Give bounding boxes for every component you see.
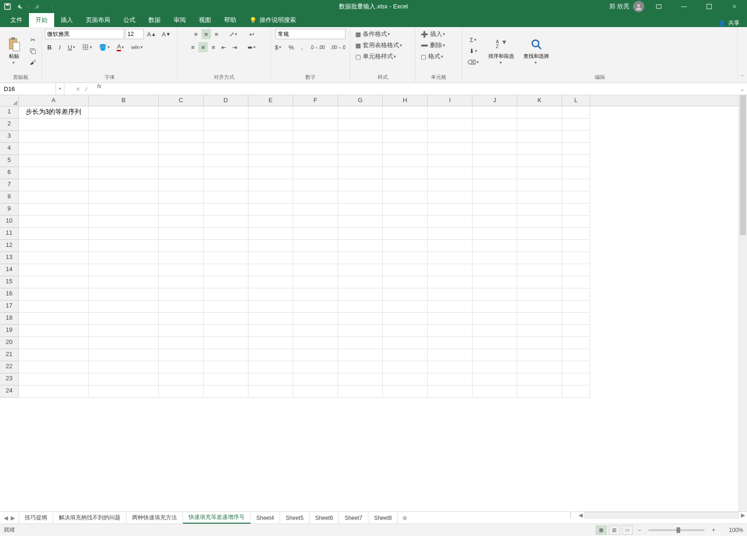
format-painter-button[interactable]: 🖌: [27, 57, 38, 67]
cell[interactable]: [248, 155, 293, 167]
sheet-tab[interactable]: 快速填充等差递增序号: [183, 512, 251, 524]
cell[interactable]: [472, 325, 517, 337]
cell[interactable]: [293, 301, 338, 313]
cell[interactable]: [338, 143, 383, 155]
cell[interactable]: [517, 264, 562, 276]
cell[interactable]: [19, 276, 89, 288]
align-right-button[interactable]: ≡: [209, 42, 218, 52]
cell[interactable]: [204, 276, 248, 288]
cell[interactable]: [19, 264, 89, 276]
sheet-tab[interactable]: 技巧提纲: [19, 512, 53, 524]
cell[interactable]: [19, 119, 89, 131]
cell[interactable]: [293, 313, 338, 325]
row-header[interactable]: 17: [0, 301, 19, 313]
column-header[interactable]: F: [293, 95, 338, 106]
qat-customize-icon[interactable]: ▾: [49, 1, 54, 12]
cell[interactable]: [562, 337, 590, 349]
cell[interactable]: [338, 131, 383, 143]
ribbon-display-icon[interactable]: [648, 0, 669, 13]
cell[interactable]: [428, 106, 472, 119]
cell[interactable]: [383, 313, 428, 325]
cell[interactable]: [19, 216, 89, 228]
cell[interactable]: [562, 276, 590, 288]
cell[interactable]: [293, 361, 338, 373]
cell[interactable]: [472, 143, 517, 155]
undo-dropdown-icon[interactable]: ▼: [26, 1, 31, 12]
cell[interactable]: [293, 131, 338, 143]
cell[interactable]: [89, 106, 159, 119]
cell[interactable]: [89, 155, 159, 167]
cell[interactable]: [562, 131, 590, 143]
cell[interactable]: [159, 216, 204, 228]
comma-button[interactable]: ,: [297, 42, 307, 52]
cut-button[interactable]: ✂: [27, 35, 38, 45]
cell[interactable]: [383, 191, 428, 203]
cell[interactable]: [248, 179, 293, 191]
cell[interactable]: [472, 337, 517, 349]
sheet-tab[interactable]: 解决填充柄找不到的问题: [53, 512, 127, 524]
conditional-format-button[interactable]: ▦ 条件格式▼: [353, 29, 394, 39]
cell[interactable]: [338, 325, 383, 337]
cell[interactable]: [89, 131, 159, 143]
cell[interactable]: [159, 385, 204, 398]
cell[interactable]: [19, 301, 89, 313]
orientation-button[interactable]: ⤢▼: [227, 29, 241, 39]
fill-color-button[interactable]: 🪣▼: [97, 42, 113, 52]
cell[interactable]: [19, 373, 89, 385]
cell[interactable]: [472, 252, 517, 264]
cell[interactable]: [248, 276, 293, 288]
cell[interactable]: [428, 313, 472, 325]
cell[interactable]: [338, 252, 383, 264]
cell[interactable]: [562, 373, 590, 385]
cell[interactable]: [517, 131, 562, 143]
fx-icon[interactable]: fx: [94, 83, 104, 95]
row-header[interactable]: 19: [0, 325, 19, 337]
cell[interactable]: [383, 131, 428, 143]
cell[interactable]: [338, 385, 383, 398]
sheet-tab[interactable]: Sheet8: [368, 512, 398, 524]
column-header[interactable]: D: [204, 95, 248, 106]
cell[interactable]: [159, 252, 204, 264]
cell[interactable]: [517, 167, 562, 179]
cell[interactable]: [517, 216, 562, 228]
cell[interactable]: [204, 361, 248, 373]
cell[interactable]: [89, 361, 159, 373]
row-header[interactable]: 11: [0, 228, 19, 240]
wrap-text-button[interactable]: ↩: [247, 29, 257, 39]
cell[interactable]: [89, 301, 159, 313]
cell[interactable]: [19, 325, 89, 337]
cell[interactable]: [159, 361, 204, 373]
row-header[interactable]: 1: [0, 106, 19, 119]
maximize-icon[interactable]: [698, 0, 720, 13]
tab-insert[interactable]: 插入: [54, 13, 79, 27]
cell[interactable]: [383, 167, 428, 179]
column-header[interactable]: H: [383, 95, 428, 106]
sheet-tab[interactable]: Sheet6: [310, 512, 339, 524]
cell[interactable]: [338, 276, 383, 288]
cell[interactable]: [517, 361, 562, 373]
zoom-slider[interactable]: [648, 529, 705, 531]
cell[interactable]: [204, 240, 248, 252]
cell[interactable]: [338, 179, 383, 191]
cell[interactable]: [338, 301, 383, 313]
tab-view[interactable]: 视图: [192, 13, 218, 27]
cell[interactable]: [338, 264, 383, 276]
zoom-out-button[interactable]: −: [635, 527, 644, 533]
cell[interactable]: [338, 337, 383, 349]
cell[interactable]: [383, 264, 428, 276]
cell[interactable]: [293, 216, 338, 228]
number-format-combo[interactable]: [275, 29, 345, 39]
cell[interactable]: [562, 167, 590, 179]
cell[interactable]: [428, 385, 472, 398]
cell[interactable]: [248, 216, 293, 228]
cell[interactable]: [383, 252, 428, 264]
cell[interactable]: [428, 252, 472, 264]
cell[interactable]: [19, 155, 89, 167]
zoom-level-label[interactable]: 100%: [720, 527, 743, 533]
cell[interactable]: [428, 203, 472, 216]
cell[interactable]: [428, 228, 472, 240]
cell[interactable]: [472, 301, 517, 313]
cell[interactable]: [159, 131, 204, 143]
row-header[interactable]: 13: [0, 252, 19, 264]
cell[interactable]: [383, 228, 428, 240]
